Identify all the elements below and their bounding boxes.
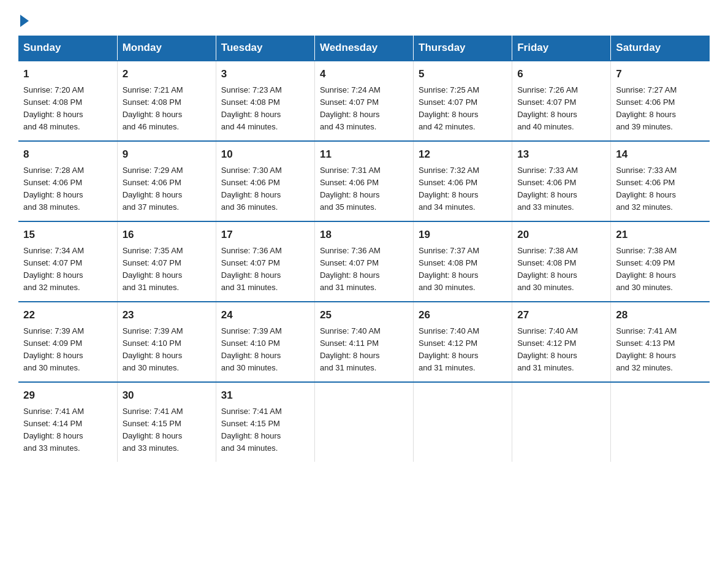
day-number: 14 <box>616 147 705 163</box>
day-number: 10 <box>221 147 309 163</box>
day-number: 4 <box>320 66 408 82</box>
calendar-day-cell: 5Sunrise: 7:25 AMSunset: 4:07 PMDaylight… <box>414 61 512 141</box>
calendar-day-cell: 30Sunrise: 7:41 AMSunset: 4:15 PMDayligh… <box>117 382 216 462</box>
day-info: Sunrise: 7:38 AMSunset: 4:08 PMDaylight:… <box>517 245 605 294</box>
day-info: Sunrise: 7:31 AMSunset: 4:06 PMDaylight:… <box>320 164 408 214</box>
day-info: Sunrise: 7:23 AMSunset: 4:08 PMDaylight:… <box>221 84 309 134</box>
day-info: Sunrise: 7:39 AMSunset: 4:10 PMDaylight:… <box>123 325 211 375</box>
day-number: 12 <box>419 147 507 163</box>
day-info: Sunrise: 7:40 AMSunset: 4:12 PMDaylight:… <box>419 325 507 375</box>
day-number: 30 <box>123 388 211 404</box>
day-info: Sunrise: 7:27 AMSunset: 4:06 PMDaylight:… <box>616 84 705 134</box>
day-number: 20 <box>517 227 605 243</box>
day-number: 17 <box>221 227 309 243</box>
header-day-saturday: Saturday <box>611 36 710 61</box>
calendar-day-cell <box>314 382 413 462</box>
day-info: Sunrise: 7:33 AMSunset: 4:06 PMDaylight:… <box>616 164 705 214</box>
day-info: Sunrise: 7:28 AMSunset: 4:06 PMDaylight:… <box>23 164 112 214</box>
day-number: 27 <box>517 307 605 323</box>
header-day-wednesday: Wednesday <box>314 36 413 61</box>
day-info: Sunrise: 7:41 AMSunset: 4:15 PMDaylight:… <box>221 405 309 455</box>
day-info: Sunrise: 7:21 AMSunset: 4:08 PMDaylight:… <box>123 84 211 134</box>
calendar-header: SundayMondayTuesdayWednesdayThursdayFrid… <box>18 36 710 61</box>
day-info: Sunrise: 7:24 AMSunset: 4:07 PMDaylight:… <box>320 84 408 134</box>
calendar-table: SundayMondayTuesdayWednesdayThursdayFrid… <box>18 36 710 462</box>
header-row: SundayMondayTuesdayWednesdayThursdayFrid… <box>18 36 710 61</box>
header-day-monday: Monday <box>117 36 216 61</box>
logo-arrow-icon <box>20 15 29 27</box>
calendar-day-cell: 8Sunrise: 7:28 AMSunset: 4:06 PMDaylight… <box>18 141 117 221</box>
day-number: 28 <box>616 307 705 323</box>
calendar-day-cell: 22Sunrise: 7:39 AMSunset: 4:09 PMDayligh… <box>18 302 117 382</box>
day-number: 7 <box>616 66 705 82</box>
calendar-day-cell: 16Sunrise: 7:35 AMSunset: 4:07 PMDayligh… <box>117 221 216 302</box>
day-number: 6 <box>517 66 605 82</box>
header-day-tuesday: Tuesday <box>216 36 314 61</box>
header-day-thursday: Thursday <box>414 36 512 61</box>
day-info: Sunrise: 7:25 AMSunset: 4:07 PMDaylight:… <box>419 84 507 134</box>
day-number: 9 <box>123 147 211 163</box>
calendar-day-cell: 14Sunrise: 7:33 AMSunset: 4:06 PMDayligh… <box>611 141 710 221</box>
calendar-day-cell: 25Sunrise: 7:40 AMSunset: 4:11 PMDayligh… <box>314 302 413 382</box>
day-info: Sunrise: 7:33 AMSunset: 4:06 PMDaylight:… <box>517 164 605 214</box>
day-number: 29 <box>23 388 112 404</box>
day-info: Sunrise: 7:29 AMSunset: 4:06 PMDaylight:… <box>123 164 211 214</box>
calendar-day-cell: 20Sunrise: 7:38 AMSunset: 4:08 PMDayligh… <box>512 221 611 302</box>
day-info: Sunrise: 7:40 AMSunset: 4:12 PMDaylight:… <box>517 325 605 375</box>
day-number: 11 <box>320 147 408 163</box>
day-number: 25 <box>320 307 408 323</box>
day-info: Sunrise: 7:32 AMSunset: 4:06 PMDaylight:… <box>419 164 507 214</box>
calendar-week-row: 8Sunrise: 7:28 AMSunset: 4:06 PMDaylight… <box>18 141 710 221</box>
day-info: Sunrise: 7:30 AMSunset: 4:06 PMDaylight:… <box>221 164 309 214</box>
day-number: 18 <box>320 227 408 243</box>
day-info: Sunrise: 7:41 AMSunset: 4:14 PMDaylight:… <box>23 405 112 455</box>
day-number: 16 <box>123 227 211 243</box>
header-day-friday: Friday <box>512 36 611 61</box>
day-number: 24 <box>221 307 309 323</box>
page-header <box>18 12 710 25</box>
day-number: 1 <box>23 66 112 82</box>
day-info: Sunrise: 7:41 AMSunset: 4:15 PMDaylight:… <box>123 405 211 455</box>
calendar-body: 1Sunrise: 7:20 AMSunset: 4:08 PMDaylight… <box>18 61 710 462</box>
calendar-day-cell: 2Sunrise: 7:21 AMSunset: 4:08 PMDaylight… <box>117 61 216 141</box>
day-number: 3 <box>221 66 309 82</box>
calendar-day-cell: 7Sunrise: 7:27 AMSunset: 4:06 PMDaylight… <box>611 61 710 141</box>
calendar-day-cell: 6Sunrise: 7:26 AMSunset: 4:07 PMDaylight… <box>512 61 611 141</box>
calendar-day-cell: 9Sunrise: 7:29 AMSunset: 4:06 PMDaylight… <box>117 141 216 221</box>
day-info: Sunrise: 7:36 AMSunset: 4:07 PMDaylight:… <box>320 245 408 294</box>
calendar-day-cell: 31Sunrise: 7:41 AMSunset: 4:15 PMDayligh… <box>216 382 314 462</box>
day-info: Sunrise: 7:39 AMSunset: 4:09 PMDaylight:… <box>23 325 112 375</box>
calendar-day-cell: 4Sunrise: 7:24 AMSunset: 4:07 PMDaylight… <box>314 61 413 141</box>
calendar-day-cell <box>414 382 512 462</box>
calendar-day-cell: 3Sunrise: 7:23 AMSunset: 4:08 PMDaylight… <box>216 61 314 141</box>
calendar-week-row: 29Sunrise: 7:41 AMSunset: 4:14 PMDayligh… <box>18 382 710 462</box>
day-number: 21 <box>616 227 705 243</box>
day-info: Sunrise: 7:20 AMSunset: 4:08 PMDaylight:… <box>23 84 112 134</box>
day-number: 26 <box>419 307 507 323</box>
day-number: 15 <box>23 227 112 243</box>
calendar-day-cell: 19Sunrise: 7:37 AMSunset: 4:08 PMDayligh… <box>414 221 512 302</box>
day-number: 19 <box>419 227 507 243</box>
day-info: Sunrise: 7:26 AMSunset: 4:07 PMDaylight:… <box>517 84 605 134</box>
day-info: Sunrise: 7:37 AMSunset: 4:08 PMDaylight:… <box>419 245 507 294</box>
day-number: 22 <box>23 307 112 323</box>
day-number: 23 <box>123 307 211 323</box>
calendar-day-cell: 17Sunrise: 7:36 AMSunset: 4:07 PMDayligh… <box>216 221 314 302</box>
calendar-day-cell: 1Sunrise: 7:20 AMSunset: 4:08 PMDaylight… <box>18 61 117 141</box>
calendar-day-cell: 24Sunrise: 7:39 AMSunset: 4:10 PMDayligh… <box>216 302 314 382</box>
calendar-day-cell: 15Sunrise: 7:34 AMSunset: 4:07 PMDayligh… <box>18 221 117 302</box>
day-info: Sunrise: 7:41 AMSunset: 4:13 PMDaylight:… <box>616 325 705 375</box>
calendar-day-cell: 23Sunrise: 7:39 AMSunset: 4:10 PMDayligh… <box>117 302 216 382</box>
calendar-day-cell: 28Sunrise: 7:41 AMSunset: 4:13 PMDayligh… <box>611 302 710 382</box>
header-day-sunday: Sunday <box>18 36 117 61</box>
calendar-day-cell: 26Sunrise: 7:40 AMSunset: 4:12 PMDayligh… <box>414 302 512 382</box>
day-number: 8 <box>23 147 112 163</box>
calendar-day-cell: 13Sunrise: 7:33 AMSunset: 4:06 PMDayligh… <box>512 141 611 221</box>
calendar-day-cell: 18Sunrise: 7:36 AMSunset: 4:07 PMDayligh… <box>314 221 413 302</box>
day-number: 5 <box>419 66 507 82</box>
calendar-day-cell: 11Sunrise: 7:31 AMSunset: 4:06 PMDayligh… <box>314 141 413 221</box>
calendar-day-cell: 21Sunrise: 7:38 AMSunset: 4:09 PMDayligh… <box>611 221 710 302</box>
day-info: Sunrise: 7:38 AMSunset: 4:09 PMDaylight:… <box>616 245 705 294</box>
day-info: Sunrise: 7:35 AMSunset: 4:07 PMDaylight:… <box>123 245 211 294</box>
day-info: Sunrise: 7:40 AMSunset: 4:11 PMDaylight:… <box>320 325 408 375</box>
